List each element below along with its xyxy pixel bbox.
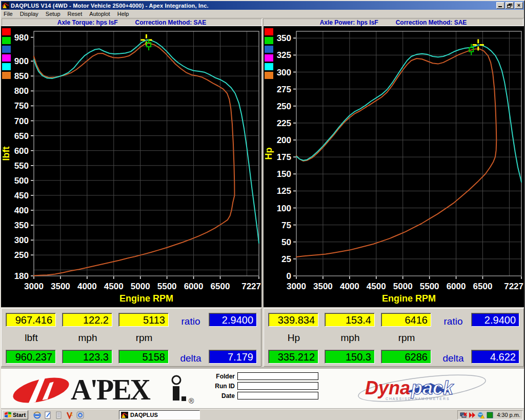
y-tick-label: 850 <box>14 71 29 81</box>
x-tick-label: 7227 <box>241 282 261 291</box>
run-id-input[interactable] <box>237 382 318 390</box>
torque-delta-label: delta <box>176 353 206 364</box>
torque-readout-panel: 967.416 122.2 5113 ratio 2.9400 lbft mph… <box>1 308 261 367</box>
apex-registered-mark: ® <box>189 397 194 405</box>
legend-swatch <box>265 37 273 44</box>
x-tick-label: 4500 <box>104 282 124 291</box>
power-chart-panel: 3503253002752502252001751501251007550250… <box>264 26 524 307</box>
y-tick-label: 350 <box>14 221 29 230</box>
torque-marker2-mph: 123.3 <box>62 350 112 364</box>
legend-swatches <box>2 28 11 79</box>
y-tick-label: 0 <box>287 271 291 281</box>
torque-marker2-value: 960.237 <box>6 350 56 364</box>
legend-swatch <box>2 72 11 79</box>
apex-wordmark: A'PEX <box>71 374 151 406</box>
close-icon: × <box>517 2 520 8</box>
apex-swoosh-icon <box>10 372 71 407</box>
menu-file[interactable]: File <box>1 10 16 17</box>
power-chart[interactable]: 3503253002752502252001751501251007550250… <box>264 26 524 307</box>
x-tick-label: 3000 <box>287 282 306 291</box>
power-rpm-label: rpm <box>381 332 432 344</box>
y-tick-label: 75 <box>281 221 291 230</box>
v-app-icon[interactable] <box>66 411 73 419</box>
readout-area: 967.416 122.2 5113 ratio 2.9400 lbft mph… <box>1 307 524 368</box>
power-readout-panel: 339.834 153.4 6416 ratio 2.9400 Hp mph r… <box>264 308 524 367</box>
app-icon <box>2 2 9 9</box>
y-tick-label: 350 <box>277 33 291 43</box>
charts-area: 9809008508007507006506005505004504003503… <box>1 26 524 307</box>
folder-input[interactable] <box>237 372 318 380</box>
y-axis-title: lbft <box>1 147 11 161</box>
power-chart-header: Axle Power: hps IsF Correction Method: S… <box>263 18 523 26</box>
x-tick-label: 6000 <box>184 282 204 291</box>
legend-swatch <box>265 63 273 70</box>
y-tick-label: 50 <box>281 237 291 247</box>
messenger-icon[interactable] <box>76 411 84 419</box>
legend-swatch <box>265 72 273 79</box>
network-offline-icon[interactable] <box>460 412 467 418</box>
y-tick-label: 25 <box>281 254 291 264</box>
start-button[interactable]: Start <box>2 410 28 419</box>
torque-run-orange <box>34 43 235 275</box>
y-tick-label: 125 <box>277 186 291 196</box>
internet-explorer-icon[interactable] <box>33 411 41 419</box>
y-tick-label: 175 <box>277 152 291 162</box>
grid <box>296 31 521 276</box>
x-tick-label: 4500 <box>367 282 386 291</box>
torque-chart-panel: 9809008508007507006506005505004504003503… <box>1 26 261 307</box>
torque-delta-value: 7.179 <box>209 350 257 364</box>
x-tick-label: 3500 <box>51 282 70 291</box>
menu-reset[interactable]: Reset <box>64 10 86 17</box>
y-tick-label: 500 <box>14 176 29 186</box>
power-unit-label: Hp <box>268 332 319 344</box>
power-cursor-mph: 153.4 <box>325 313 375 327</box>
legend-swatch <box>2 28 11 35</box>
secondary-marker <box>147 39 151 50</box>
power-run-cyan <box>296 45 521 183</box>
menu-autoplot[interactable]: Autoplot <box>86 10 113 17</box>
fast-forward-icon[interactable] <box>469 412 476 418</box>
windows-flag-icon <box>5 412 11 418</box>
legend-swatch <box>265 46 273 53</box>
legend-swatch <box>2 63 11 70</box>
torque-ratio-label: ratio <box>176 316 206 327</box>
y-tick-label: 980 <box>14 33 29 43</box>
torque-chart[interactable]: 9809008508007507006506005505004504003503… <box>1 26 261 307</box>
y-tick-label: 300 <box>14 235 29 245</box>
date-input[interactable] <box>237 392 318 399</box>
power-mph-label: mph <box>325 332 376 344</box>
power-chart-title: Axle Power: hps IsF <box>320 19 378 26</box>
power-delta-value: 4.622 <box>471 350 519 364</box>
power-marker2-rpm: 6286 <box>381 350 431 364</box>
title-bar[interactable]: DAQPLUS V14 (4WD - Motor Vehicle 2500+40… <box>1 1 524 10</box>
menu-setup[interactable]: Setup <box>42 10 64 17</box>
y-tick-label: 750 <box>14 101 29 111</box>
y-tick-label: 275 <box>277 85 291 94</box>
y-tick-label: 100 <box>277 204 291 213</box>
taskbar-button-daqplus[interactable]: DAQPLUS <box>119 410 200 419</box>
document-icon[interactable] <box>55 411 63 419</box>
status-square-icon[interactable] <box>486 412 493 418</box>
globe-warning-icon[interactable] <box>477 412 484 418</box>
apex-logo: A'PEX ® <box>10 372 200 407</box>
quick-launch <box>33 411 84 419</box>
torque-run-cyan <box>34 40 259 243</box>
restore-button[interactable] <box>506 2 514 9</box>
clock[interactable]: 4:30 p.m. <box>497 412 520 418</box>
torque-unit-label: lbft <box>6 332 57 344</box>
power-marker2-mph: 150.3 <box>325 350 375 364</box>
x-tick-label: 5500 <box>157 282 177 291</box>
y-tick-label: 200 <box>277 135 291 145</box>
compose-page-icon[interactable] <box>44 411 52 419</box>
dynapack-part1: Dyna <box>365 377 410 398</box>
power-cursor-value: 339.834 <box>268 313 318 327</box>
close-button[interactable]: × <box>515 2 523 9</box>
menu-help[interactable]: Help <box>114 10 133 17</box>
menu-display[interactable]: Display <box>16 10 42 17</box>
run-id-label: Run ID <box>205 383 235 390</box>
y-tick-label: 450 <box>14 191 29 201</box>
minimize-button[interactable] <box>496 2 504 9</box>
taskbar-button-label: DAQPLUS <box>130 412 158 418</box>
torque-cursor-mph: 122.2 <box>62 313 112 327</box>
y-tick-label: 900 <box>14 56 29 66</box>
